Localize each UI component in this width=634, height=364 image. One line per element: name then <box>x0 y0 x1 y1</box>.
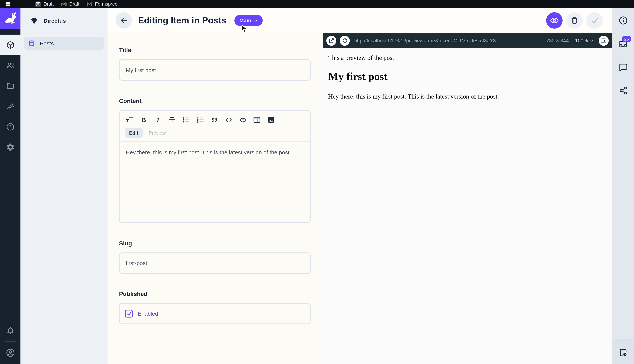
gmail-icon <box>87 2 92 6</box>
code-icon[interactable] <box>224 116 233 124</box>
collection-list: Posts <box>21 33 108 54</box>
published-checkbox[interactable] <box>125 310 133 318</box>
module-files[interactable] <box>0 76 21 96</box>
open-in-new-window-button[interactable] <box>326 36 336 46</box>
field-label: Title <box>119 47 311 54</box>
user-avatar-icon <box>6 348 15 358</box>
version-dropdown[interactable]: Main <box>235 15 263 26</box>
directus-app-window: 31 Draft Draft Formspree <box>0 0 634 364</box>
insights-module-icon <box>6 102 15 110</box>
module-insights[interactable] <box>0 96 21 116</box>
tab-grid-icon[interactable] <box>5 1 11 7</box>
browser-tab-draft-2[interactable]: Draft <box>61 2 79 7</box>
preview-url-bar: http://localhost:5173/1?preview=true&tok… <box>323 33 612 48</box>
browser-tab-label: Formspree <box>95 2 117 7</box>
navigation-sidebar: Directus Posts <box>21 8 108 364</box>
browser-tab-strip: 31 Draft Draft Formspree <box>0 0 634 8</box>
mouse-cursor <box>240 24 248 33</box>
svg-text:?: ? <box>9 124 12 129</box>
revisions-sidebar-button[interactable] <box>612 341 634 364</box>
rail-divider <box>5 341 16 342</box>
tab-edit[interactable]: Edit <box>125 128 143 138</box>
user-menu-button[interactable] <box>0 342 21 363</box>
bold-icon[interactable]: B <box>140 116 148 124</box>
devices-icon <box>601 38 607 44</box>
module-users[interactable] <box>0 55 21 76</box>
back-button[interactable] <box>116 12 132 29</box>
save-button[interactable] <box>586 12 603 29</box>
preview-document: This a preview of the post My first post… <box>323 48 612 107</box>
field-label: Slug <box>119 240 311 247</box>
preview-heading: My first post <box>328 70 607 82</box>
users-module-icon <box>6 61 15 70</box>
module-content[interactable] <box>0 34 21 55</box>
editor-tab-bar: Edit Preview <box>120 128 310 142</box>
page-header: Editing Item in Posts Main <box>108 8 612 33</box>
svg-text:99: 99 <box>212 117 217 123</box>
module-settings[interactable] <box>0 137 21 157</box>
project-fan-icon <box>30 16 38 25</box>
numbered-list-icon[interactable]: 123 <box>196 116 205 124</box>
share-sidebar-button[interactable] <box>612 79 634 102</box>
italic-icon[interactable]: I <box>154 116 162 124</box>
project-header[interactable]: Directus <box>21 8 108 33</box>
editor-toolbar: B I <box>120 111 310 128</box>
image-icon[interactable] <box>267 116 275 124</box>
database-icon <box>28 40 35 47</box>
published-checkbox-label: Enabled <box>138 310 158 317</box>
sidebar-item-posts[interactable]: Posts <box>24 37 104 50</box>
module-rail: ? <box>0 8 21 364</box>
strikethrough-icon[interactable] <box>168 116 176 124</box>
content-textarea[interactable]: Hey there, this is my first post. This i… <box>120 142 298 222</box>
checkmark-icon <box>126 311 132 316</box>
chevron-down-icon <box>254 18 258 22</box>
open-in-new-icon <box>328 38 334 44</box>
blockquote-icon[interactable]: 99 <box>210 116 219 124</box>
comments-sidebar-button[interactable] <box>612 56 634 79</box>
live-preview-panel: http://localhost:5173/1?preview=true&tok… <box>323 33 612 364</box>
slug-input[interactable]: first-post <box>119 252 311 274</box>
arrow-left-icon <box>120 16 128 24</box>
zoom-select[interactable]: 100% <box>575 38 594 43</box>
notifications-button[interactable] <box>0 320 21 340</box>
comment-icon <box>618 62 628 72</box>
info-icon <box>618 16 628 25</box>
bulleted-list-icon[interactable] <box>182 116 191 124</box>
check-icon <box>590 16 599 25</box>
notifications-sidebar-button[interactable]: 25 <box>612 33 634 56</box>
browser-tab-label: Draft <box>69 2 79 7</box>
text-size-icon[interactable] <box>125 116 134 124</box>
published-toggle-box: Enabled <box>119 303 311 324</box>
content-module-icon <box>6 40 15 49</box>
directus-logo[interactable] <box>0 8 21 29</box>
svg-text:3: 3 <box>197 120 199 123</box>
tab-preview[interactable]: Preview <box>144 128 170 138</box>
refresh-button[interactable] <box>340 36 350 46</box>
field-title: Title My first post <box>119 47 311 81</box>
browser-tab-draft-1[interactable]: 31 Draft <box>35 1 54 7</box>
device-size-button[interactable] <box>599 36 609 46</box>
preview-url[interactable]: http://localhost:5173/1?preview=true&tok… <box>354 38 540 43</box>
link-icon[interactable] <box>239 116 247 124</box>
title-input[interactable]: My first post <box>119 59 311 81</box>
help-button[interactable]: ? <box>0 116 21 137</box>
browser-tab-formspree[interactable]: Formspree <box>87 2 117 7</box>
preview-dimensions: 780 × 844 <box>546 38 569 43</box>
svg-text:I: I <box>157 117 159 124</box>
project-name: Directus <box>44 18 66 24</box>
table-icon[interactable] <box>253 116 261 124</box>
version-label: Main <box>239 18 251 24</box>
right-sidebar: 25 <box>612 8 634 364</box>
settings-icon <box>6 142 15 152</box>
field-content: Content B I <box>119 98 311 223</box>
preview-intro-text: This a preview of the post <box>328 54 607 62</box>
eye-icon <box>550 16 559 25</box>
item-edit-form: Title My first post Content B <box>108 33 323 364</box>
help-icon: ? <box>6 122 15 131</box>
delete-button[interactable] <box>566 12 583 29</box>
gmail-icon <box>61 2 67 6</box>
page-title: Editing Item in Posts <box>138 15 226 26</box>
zoom-value: 100% <box>575 38 588 43</box>
preview-eye-button[interactable] <box>546 12 562 29</box>
info-sidebar-button[interactable] <box>612 8 634 33</box>
